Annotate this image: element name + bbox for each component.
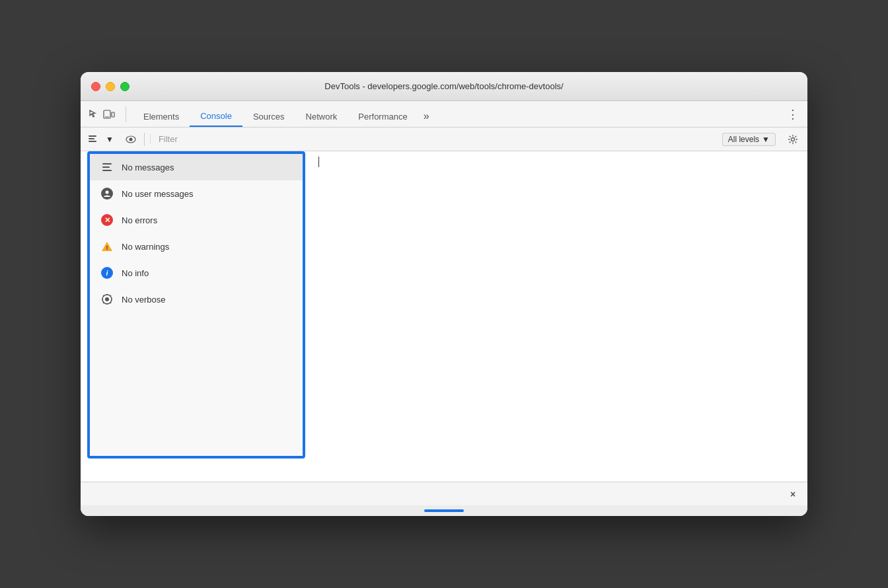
bottom-bar: × bbox=[81, 482, 807, 505]
window-title: DevTools - developers.google.com/web/too… bbox=[324, 81, 563, 91]
console-cursor bbox=[318, 157, 319, 167]
no-verbose-label: No verbose bbox=[122, 295, 165, 305]
filter-area bbox=[150, 134, 717, 144]
verbose-icon bbox=[100, 293, 114, 306]
settings-gear-icon[interactable] bbox=[784, 130, 802, 149]
maximize-window-button[interactable] bbox=[120, 82, 130, 91]
console-bar-left: ▼ bbox=[86, 133, 118, 146]
main-content: No messages No user messages ✕ bbox=[81, 151, 807, 482]
console-icon-left[interactable] bbox=[86, 133, 99, 146]
toolbar-divider bbox=[126, 106, 126, 122]
dropdown-item-no-warnings[interactable]: ! No warnings bbox=[90, 233, 303, 260]
svg-text:!: ! bbox=[106, 244, 108, 251]
list-icon bbox=[100, 161, 114, 174]
levels-arrow: ▼ bbox=[762, 135, 770, 144]
no-info-label: No info bbox=[122, 268, 149, 278]
user-message-icon bbox=[100, 187, 114, 200]
levels-label: All levels bbox=[728, 135, 759, 144]
devtools-toolbar: Elements Console Sources Network Perform… bbox=[81, 101, 807, 128]
bottom-indicator bbox=[81, 505, 807, 516]
close-window-button[interactable] bbox=[91, 82, 100, 91]
tab-network[interactable]: Network bbox=[295, 106, 348, 127]
tab-sources[interactable]: Sources bbox=[242, 106, 295, 127]
separator-vertical bbox=[144, 133, 145, 146]
dropdown-item-no-user-messages[interactable]: No user messages bbox=[90, 180, 303, 207]
dropdown-item-no-info[interactable]: i No info bbox=[90, 260, 303, 286]
device-icon[interactable] bbox=[102, 107, 116, 122]
svg-point-12 bbox=[105, 297, 109, 301]
eye-icon[interactable] bbox=[123, 131, 139, 147]
svg-line-19 bbox=[110, 295, 112, 297]
traffic-lights bbox=[91, 82, 130, 91]
no-errors-label: No errors bbox=[122, 215, 157, 225]
levels-dropdown-button[interactable]: All levels ▼ bbox=[722, 133, 776, 146]
console-bar: ▼ All levels ▼ bbox=[81, 128, 807, 151]
svg-point-7 bbox=[129, 137, 132, 141]
warning-icon: ! bbox=[100, 240, 114, 253]
dropdown-item-no-messages[interactable]: No messages bbox=[90, 154, 303, 180]
more-tabs-button[interactable]: » bbox=[418, 106, 435, 127]
no-messages-label: No messages bbox=[122, 163, 174, 172]
more-options-button[interactable]: ⋮ bbox=[784, 105, 802, 124]
filter-input[interactable] bbox=[156, 134, 717, 144]
indicator-pill bbox=[424, 509, 464, 512]
svg-line-20 bbox=[103, 303, 104, 304]
tab-console[interactable]: Console bbox=[190, 106, 242, 127]
info-icon: i bbox=[100, 266, 114, 279]
minimize-window-button[interactable] bbox=[106, 82, 115, 91]
title-bar: DevTools - developers.google.com/web/too… bbox=[81, 72, 807, 101]
dropdown-item-no-verbose[interactable]: No verbose bbox=[90, 286, 303, 312]
no-user-messages-label: No user messages bbox=[122, 189, 193, 199]
svg-point-8 bbox=[792, 137, 795, 141]
dropdown-arrow: ▼ bbox=[106, 135, 114, 144]
toolbar-left-icons bbox=[86, 107, 116, 122]
dropdown-item-no-errors[interactable]: ✕ No errors bbox=[90, 207, 303, 233]
svg-rect-5 bbox=[89, 141, 96, 142]
svg-rect-1 bbox=[112, 112, 114, 117]
tab-performance[interactable]: Performance bbox=[348, 106, 418, 127]
svg-line-17 bbox=[103, 295, 104, 297]
svg-point-9 bbox=[106, 191, 109, 194]
dropdown-button[interactable]: ▼ bbox=[102, 133, 118, 145]
tab-bar: Elements Console Sources Network Perform… bbox=[130, 101, 459, 127]
svg-rect-3 bbox=[89, 135, 96, 137]
tab-elements[interactable]: Elements bbox=[133, 106, 190, 127]
devtools-window: DevTools - developers.google.com/web/too… bbox=[81, 72, 807, 516]
no-warnings-label: No warnings bbox=[122, 242, 169, 252]
inspect-icon[interactable] bbox=[86, 107, 100, 122]
dropdown-panel: No messages No user messages ✕ bbox=[87, 151, 305, 459]
error-icon: ✕ bbox=[100, 213, 114, 227]
console-cursor-line bbox=[318, 157, 799, 167]
svg-rect-4 bbox=[89, 138, 94, 139]
close-bottom-button[interactable]: × bbox=[786, 488, 799, 501]
svg-line-18 bbox=[110, 303, 112, 304]
